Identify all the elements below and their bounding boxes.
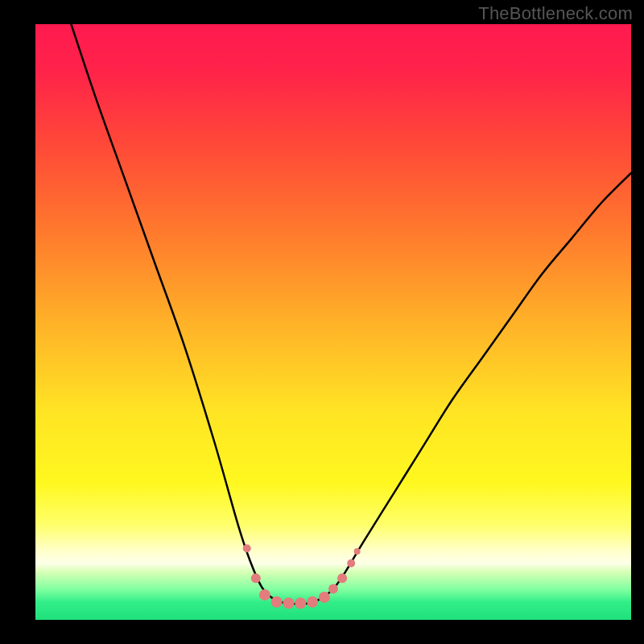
- curve-marker: [307, 597, 318, 608]
- curve-marker: [243, 544, 251, 552]
- curve-marker: [347, 559, 355, 568]
- bottleneck-curve-chart: [35, 24, 631, 620]
- gradient-background: [35, 24, 631, 620]
- curve-marker: [295, 597, 306, 609]
- curve-marker: [319, 592, 330, 603]
- curve-marker: [354, 548, 361, 555]
- plot-area: [35, 24, 631, 620]
- curve-marker: [337, 573, 347, 583]
- chart-frame: TheBottleneck.com: [0, 0, 644, 644]
- watermark-label: TheBottleneck.com: [478, 3, 633, 24]
- curve-marker: [271, 597, 283, 608]
- curve-marker: [283, 597, 295, 609]
- curve-marker: [328, 584, 338, 594]
- curve-marker: [251, 573, 261, 583]
- curve-marker: [259, 589, 270, 601]
